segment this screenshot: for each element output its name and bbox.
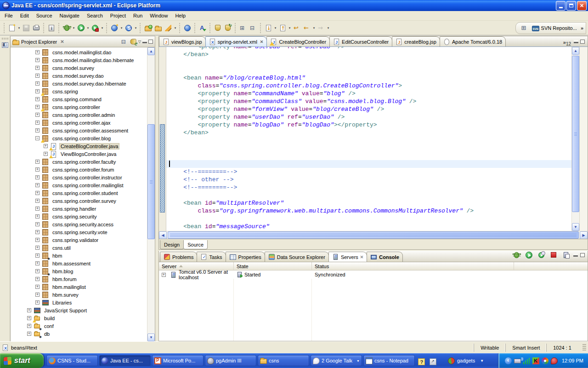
taskbar-button-java-ee-cs[interactable]: Java EE - cs... xyxy=(99,355,151,366)
tree-item-csns-spring-controller-forum[interactable]: +csns.spring.controller.forum xyxy=(11,166,147,173)
tree-item-csns-spring-controller-assessment[interactable]: +csns.spring.controller.assessment xyxy=(11,126,147,134)
help-quicklaunch-button[interactable] xyxy=(416,357,426,367)
view-tab-servers[interactable]: Servers✕ xyxy=(328,252,367,262)
editor-tab-createblog-jsp[interactable]: createBlog.jsp xyxy=(392,36,440,46)
editor-hscrollbar[interactable]: ◀ ▶ xyxy=(159,231,588,239)
expand-expander-icon[interactable]: + xyxy=(44,152,48,156)
ws-s-button[interactable] xyxy=(124,23,134,33)
expand-expander-icon[interactable]: + xyxy=(35,128,40,132)
link-with-editor-icon[interactable] xyxy=(130,39,136,45)
globe-button[interactable] xyxy=(182,23,192,33)
gadgets-dropdown-icon[interactable]: ▼ xyxy=(480,359,484,363)
code-line[interactable]: <bean id="multipartResolver" xyxy=(166,199,571,207)
jar2-button[interactable] xyxy=(223,23,233,33)
expand-expander-icon[interactable]: + xyxy=(35,253,40,258)
ann-down-dropdown-icon[interactable]: ▾ xyxy=(273,26,277,30)
tree-item-csns-spring-controller-mailinglist[interactable]: +csns.spring.controller.mailinglist xyxy=(11,181,147,189)
editor-tab-createblogcontroller[interactable]: CreateBlogController xyxy=(266,36,330,46)
tree-item-conf[interactable]: +conf xyxy=(11,322,147,330)
folder-open-button[interactable] xyxy=(153,23,163,33)
expand-expander-icon[interactable]: + xyxy=(35,246,40,250)
tree-item-csns-spring-command[interactable]: +csns.spring.command xyxy=(11,95,147,103)
ws-globe-dropdown-icon[interactable]: ▾ xyxy=(119,26,124,30)
expand-expander-icon[interactable]: + xyxy=(35,175,40,179)
code-line[interactable]: <bean id="messageSource" xyxy=(166,223,571,230)
tree-item-hbm-forum[interactable]: +hbm.forum xyxy=(11,275,147,283)
menu-source[interactable]: Source xyxy=(33,12,56,19)
tray-network-icon[interactable] xyxy=(514,359,521,363)
view-menu-icon[interactable]: ▽ xyxy=(138,40,141,44)
debug-dropdown-icon[interactable]: ▾ xyxy=(72,26,76,30)
minimize-button[interactable] xyxy=(556,1,565,11)
expand-expander-icon[interactable]: + xyxy=(35,207,40,211)
tree-item-csns-spring-controller-ajax[interactable]: +csns.spring.controller.ajax xyxy=(11,119,147,126)
perspective-svn-button[interactable]: SVN Reposito... xyxy=(530,24,579,32)
scroll-up-icon[interactable]: ▲ xyxy=(147,47,155,55)
editor-minimize-icon[interactable] xyxy=(574,40,578,43)
tree-item-csns-util[interactable]: +csns.util xyxy=(11,244,147,252)
view-tab-tasks[interactable]: Tasks xyxy=(197,252,226,262)
tree-item-createblogcontroller-java[interactable]: +CreateBlogController.java xyxy=(11,142,147,150)
back-button[interactable] xyxy=(302,23,312,33)
tree-item-libraries[interactable]: +Libraries xyxy=(11,299,147,306)
close-button[interactable]: ✕ xyxy=(577,1,587,11)
menu-run[interactable]: Run xyxy=(130,12,146,19)
folder-green-button[interactable] xyxy=(143,23,153,33)
tree-item-csns-spring-controller-survey[interactable]: +csns.spring.controller.survey xyxy=(11,197,147,205)
view-tab-properties[interactable]: Properties xyxy=(226,252,265,262)
run-server-button[interactable] xyxy=(524,250,534,260)
tree-item-csns-spring-handler[interactable]: +csns.spring.handler xyxy=(11,205,147,213)
collapse-all-icon[interactable] xyxy=(121,38,128,46)
expand-expander-icon[interactable]: + xyxy=(35,214,40,218)
tab-design[interactable]: Design xyxy=(160,240,184,249)
column-header-state[interactable]: State xyxy=(234,262,312,270)
debug-button[interactable] xyxy=(62,23,72,33)
scroll-down-icon[interactable]: ▼ xyxy=(572,223,579,231)
taskbar-button-csns-stud[interactable]: CSNS - Stud... xyxy=(46,355,98,366)
tree-item-csns-spring-security-vote[interactable]: +csns.spring.security.vote xyxy=(11,228,147,236)
showdesk-quicklaunch-button[interactable] xyxy=(428,357,438,367)
tree-item-csns-model-mailinglist-dao-hibernate[interactable]: +csns.model.mailinglist.dao.hibernate xyxy=(11,56,147,64)
run-ext-button[interactable] xyxy=(90,23,100,33)
editor-vertical-ruler[interactable] xyxy=(159,47,166,231)
code-line[interactable]: <property name="formView" value="blog/cr… xyxy=(166,105,571,113)
tree-item-csns-spring-controller-admin[interactable]: +csns.spring.controller.admin xyxy=(11,111,147,119)
gadgets-button[interactable]: gadgets ▼ xyxy=(444,353,487,368)
expand-expander-icon[interactable]: + xyxy=(35,97,40,101)
marker-button[interactable] xyxy=(163,23,173,33)
menu-window[interactable]: Window xyxy=(146,12,171,19)
jar1-button[interactable] xyxy=(213,23,223,33)
ann-down-button[interactable] xyxy=(263,23,273,33)
menu-navigate[interactable]: Navigate xyxy=(56,12,83,19)
ws-s-dropdown-icon[interactable]: ▾ xyxy=(134,26,138,30)
expand-expander-icon[interactable]: + xyxy=(35,74,40,78)
tree-item-csns-spring[interactable]: +csns.spring xyxy=(11,87,147,95)
print-button[interactable] xyxy=(31,23,41,33)
expand-expander-icon[interactable]: + xyxy=(35,50,40,54)
code-line[interactable]: class="org.springframework.web.multipart… xyxy=(166,207,571,215)
editor-tab-editcoursecontroller[interactable]: EditCourseController xyxy=(329,36,392,46)
expand-expander-icon[interactable]: + xyxy=(35,300,40,305)
tab-source[interactable]: Source xyxy=(183,240,208,249)
tree-item-viewblogscontroller-java[interactable]: +ViewBlogsController.java xyxy=(11,150,147,158)
tree-item-csns-spring-validator[interactable]: +csns.spring.validator xyxy=(11,236,147,244)
tray-spiral-icon[interactable] xyxy=(542,357,548,364)
col-all-button[interactable] xyxy=(248,23,258,33)
expand-expander-icon[interactable]: + xyxy=(35,105,40,109)
tree-item-hbm-assessment[interactable]: +hbm.assessment xyxy=(11,259,147,267)
server-row[interactable]: +Tomcat v6.0 Server at localhostStartedS… xyxy=(159,270,588,279)
expand-expander-icon[interactable]: + xyxy=(44,144,48,148)
exp-all-button[interactable] xyxy=(238,23,248,33)
tree-item-javascript-support[interactable]: +JavaScript Support xyxy=(11,306,147,314)
marker-dropdown-icon[interactable]: ▾ xyxy=(173,26,177,30)
tree-item-csns-model-survey-dao-hibernate[interactable]: +csns.model.survey.dao.hibernate xyxy=(11,80,147,87)
menu-help[interactable]: Help xyxy=(171,12,189,19)
code-line[interactable]: <property name="blogDao" ref="blogDao"><… xyxy=(166,121,571,129)
tree-item-db[interactable]: +db xyxy=(11,330,147,338)
scroll-left-icon[interactable]: ◀ xyxy=(159,231,167,239)
expand-expander-icon[interactable]: + xyxy=(35,121,40,125)
expand-expander-icon[interactable]: + xyxy=(27,332,31,336)
view-tab-data-source-explorer[interactable]: Data Source Explorer xyxy=(265,252,329,262)
code-line[interactable]: <property name="commandClass" value="csn… xyxy=(166,98,571,105)
view-tab-problems[interactable]: Problems xyxy=(160,252,197,262)
